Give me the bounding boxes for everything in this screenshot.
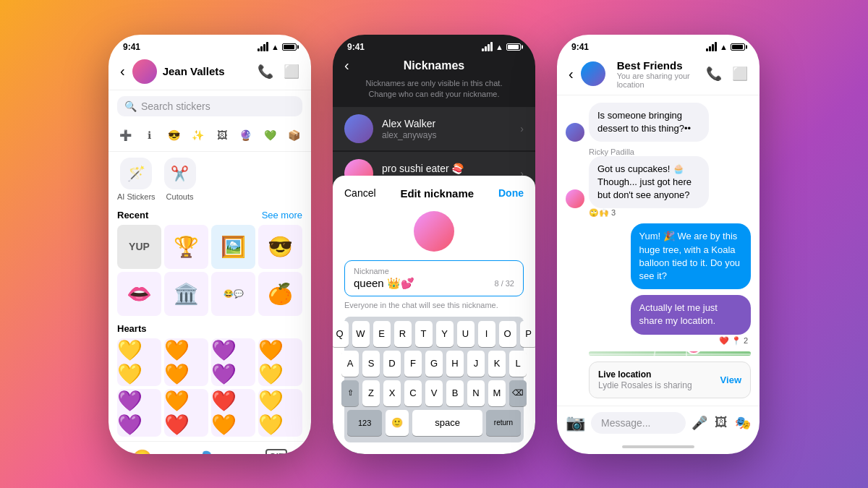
ai-stickers-category[interactable]: 🪄 AI Stickers [117, 158, 156, 201]
key-s[interactable]: S [362, 351, 380, 377]
back-button-1[interactable]: ‹ [120, 63, 125, 80]
view-button[interactable]: View [720, 374, 741, 385]
sticker-icon-2[interactable]: 😎 [166, 125, 182, 145]
sticker-orange[interactable]: 🍊 [258, 272, 302, 316]
key-p[interactable]: P [520, 321, 536, 347]
sticker-tab-icon[interactable]: 🎭 [199, 449, 218, 454]
chat-header-1: ‹ Jean Vallets 📞 ⬜ [109, 55, 311, 90]
sticker-pillars[interactable]: 🏛️ [164, 272, 208, 316]
key-a[interactable]: A [341, 351, 359, 377]
chat-input-bar: 📷 Message... 🎤 🖼 🎭 [557, 406, 760, 440]
key-j[interactable]: J [467, 351, 485, 377]
key-w[interactable]: W [352, 321, 370, 347]
back-button-2[interactable]: ‹ [344, 57, 349, 74]
video-icon-3[interactable]: ⬜ [732, 66, 748, 82]
message-input[interactable]: Message... [591, 412, 686, 434]
key-c[interactable]: C [404, 380, 422, 406]
status-time-3: 9:41 [571, 42, 589, 52]
nickname-item-1[interactable]: Alex Walker alex_anyways › [333, 107, 535, 150]
phone-icon-3[interactable]: 📞 [706, 66, 722, 82]
gif-icon[interactable]: GIF [265, 449, 287, 454]
heart-7[interactable]: ❤️🧡 [211, 389, 255, 437]
nickname-input-container[interactable]: Nickname queen 👑💕 8 / 32 [344, 260, 524, 296]
microphone-icon[interactable]: 🎤 [692, 415, 707, 431]
key-y[interactable]: Y [436, 321, 454, 347]
sticker-icon-3[interactable]: ✨ [190, 125, 206, 145]
key-o[interactable]: O [499, 321, 516, 347]
cutouts-category[interactable]: ✂️ Cutouts [164, 158, 196, 201]
sticker-icon-4[interactable]: 🖼 [213, 125, 230, 145]
key-k[interactable]: K [488, 351, 506, 377]
nickname-info-1: Alex Walker alex_anyways [382, 118, 520, 140]
key-d[interactable]: D [383, 351, 401, 377]
heart-4[interactable]: 🧡💛 [258, 338, 302, 386]
key-num[interactable]: 123 [347, 410, 382, 436]
sticker-icon-5[interactable]: 🔮 [237, 125, 254, 145]
image-icon[interactable]: 🖼 [715, 415, 728, 431]
sticker-crazy[interactable]: 😂💬 [211, 272, 255, 316]
sticker-lips[interactable]: 👄 [117, 272, 161, 316]
heart-3[interactable]: 💜💜 [211, 338, 255, 386]
key-u[interactable]: U [457, 321, 475, 347]
video-icon-1[interactable]: ⬜ [284, 64, 299, 80]
sticker-icon[interactable]: 🎭 [735, 415, 751, 431]
done-button[interactable]: Done [498, 187, 524, 199]
key-l[interactable]: L [509, 351, 527, 377]
heart-2[interactable]: 🧡🧡 [164, 338, 208, 386]
camera-icon[interactable]: 📷 [566, 414, 585, 432]
phone-icon-1[interactable]: 📞 [258, 64, 273, 80]
sticker-yup[interactable]: YUP [117, 225, 161, 269]
nickname-hint: Everyone in the chat will see this nickn… [344, 301, 524, 309]
key-f[interactable]: F [404, 351, 422, 377]
heart-6[interactable]: 🧡❤️ [164, 389, 208, 437]
chat-action-icons: 🎤 🖼 🎭 [692, 415, 751, 431]
cancel-button[interactable]: Cancel [344, 187, 376, 199]
see-more-button[interactable]: See more [262, 210, 302, 221]
sticker-search[interactable]: 🔍 Search stickers [117, 96, 302, 116]
status-icons-3: ▲ [706, 42, 745, 51]
sticker-icon-7[interactable]: 📦 [286, 125, 302, 145]
key-emoji[interactable]: 🙂 [386, 410, 409, 436]
wifi-icon-3: ▲ [720, 43, 728, 51]
heart-5[interactable]: 💜💜 [117, 389, 161, 437]
nickname-name-2: pro sushi eater 🍣 [382, 163, 520, 174]
key-t[interactable]: T [415, 321, 433, 347]
key-n[interactable]: N [467, 380, 485, 406]
key-h[interactable]: H [446, 351, 464, 377]
sticker-icon-6[interactable]: 💚 [262, 125, 278, 145]
keyboard-row-1: Q W E R T Y U I O P [347, 321, 521, 347]
reactions-4: ❤️ 📍 2 [566, 336, 748, 346]
info-icon[interactable]: ℹ [141, 125, 158, 145]
emoji-icon[interactable]: 😊 [132, 449, 152, 454]
key-delete[interactable]: ⌫ [509, 380, 527, 406]
heart-8[interactable]: 💛💛 [258, 389, 302, 437]
chat-messages: Is someone bringing dessert to this thin… [557, 95, 760, 406]
key-q[interactable]: Q [333, 321, 349, 347]
key-r[interactable]: R [394, 321, 412, 347]
nickname-avatar-1 [344, 114, 373, 143]
add-icon[interactable]: ➕ [117, 125, 134, 145]
sticker-frame[interactable]: 🖼️ [211, 225, 255, 269]
bubble-2: Got us cupcakes! 🧁 Though... just got he… [589, 156, 709, 209]
key-m[interactable]: M [488, 380, 506, 406]
key-shift[interactable]: ⇧ [341, 380, 359, 406]
key-z[interactable]: Z [362, 380, 380, 406]
key-i[interactable]: I [478, 321, 495, 347]
cutouts-icon: ✂️ [164, 158, 196, 189]
key-x[interactable]: X [383, 380, 401, 406]
sticker-trophy[interactable]: 🏆 [164, 225, 208, 269]
key-space[interactable]: space [412, 410, 482, 436]
back-button-3[interactable]: ‹ [569, 66, 574, 82]
nickname-input-value[interactable]: queen 👑💕 [354, 277, 414, 290]
sticker-glasses[interactable]: 😎 [258, 225, 302, 269]
modal-header: Cancel Edit nickname Done [344, 187, 524, 200]
key-b[interactable]: B [446, 380, 464, 406]
map-preview [589, 351, 751, 356]
key-g[interactable]: G [425, 351, 443, 377]
key-v[interactable]: V [425, 380, 443, 406]
key-e[interactable]: E [373, 321, 391, 347]
bubble-3: Yum! 🎉 We are by this huge tree, with a … [631, 223, 751, 289]
status-icons-2: ▲ [482, 42, 521, 51]
heart-1[interactable]: 💛💛 [117, 338, 161, 386]
key-return[interactable]: return [486, 410, 521, 436]
